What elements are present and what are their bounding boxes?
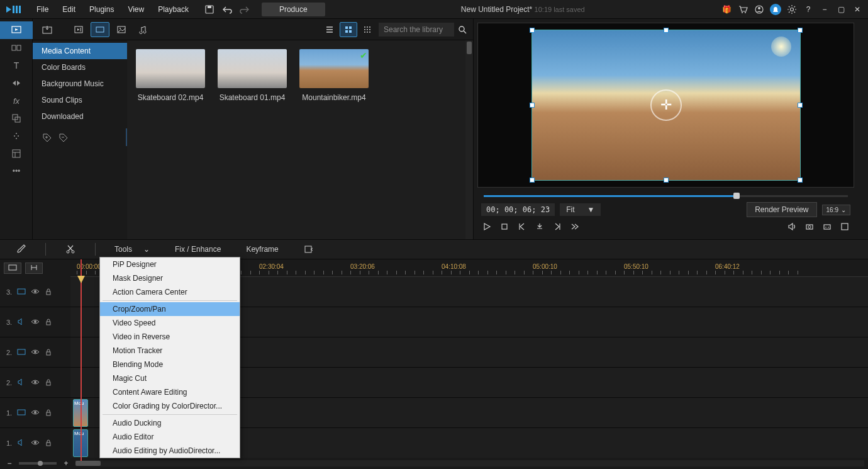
tools-menu-item[interactable]: Motion Tracker (100, 344, 240, 358)
zoom-out-icon[interactable]: − (4, 458, 15, 469)
rail-media-icon[interactable] (0, 21, 33, 39)
library-category[interactable]: Downloaded (33, 108, 127, 125)
visibility-icon[interactable] (31, 288, 40, 297)
view-list-icon[interactable] (321, 22, 338, 37)
keyframe-button[interactable]: Keyframe (240, 242, 284, 256)
settings-icon[interactable] (786, 4, 798, 15)
save-icon[interactable] (204, 4, 215, 15)
preview-viewport[interactable]: ✛ (477, 23, 854, 188)
resize-handle-bm[interactable] (664, 178, 669, 183)
undo-icon[interactable] (221, 4, 233, 15)
track-header[interactable]: 3. (0, 277, 70, 307)
filter-all-icon[interactable] (69, 22, 88, 37)
track-header[interactable]: 1. (0, 428, 70, 458)
rail-text-icon[interactable]: T (0, 57, 33, 74)
timeline-hscroll[interactable] (75, 460, 864, 466)
fit-dropdown[interactable]: Fit▼ (560, 203, 601, 216)
fix-enhance-button[interactable]: Fix / Enhance (169, 242, 227, 256)
tools-menu-item[interactable]: Audio Ducking (100, 416, 240, 430)
lock-icon[interactable] (45, 288, 52, 297)
filter-image-icon[interactable] (112, 22, 131, 37)
library-category[interactable]: Media Content (33, 43, 127, 59)
rail-transition-icon[interactable] (0, 74, 33, 92)
tools-menu-item[interactable]: Blending Mode (100, 358, 240, 371)
filter-audio-icon[interactable] (133, 22, 152, 37)
rail-overlay-icon[interactable] (0, 110, 33, 127)
timecode-display[interactable]: 00; 00; 06; 23 (481, 203, 555, 216)
fullscreen-icon[interactable] (839, 221, 850, 232)
tools-menu-item[interactable]: Mask Designer (100, 271, 240, 285)
tools-menu-item[interactable]: Video in Reverse (100, 330, 240, 344)
notification-icon[interactable] (770, 4, 781, 15)
lock-icon[interactable] (45, 378, 52, 387)
rail-effects-icon[interactable] (0, 39, 33, 57)
minimize-icon[interactable]: − (819, 4, 830, 15)
prev-frame-icon[interactable] (516, 221, 528, 232)
lock-icon[interactable] (45, 318, 52, 327)
tools-menu-item[interactable]: Crop/Zoom/Pan (100, 302, 240, 316)
aspect-dropdown[interactable]: 16:9⌄ (822, 205, 850, 215)
next-frame-icon[interactable] (552, 221, 563, 232)
rail-particle-icon[interactable] (0, 127, 33, 145)
cut-tool-icon[interactable] (58, 241, 82, 257)
brush-tool-icon[interactable] (9, 241, 33, 257)
visibility-icon[interactable] (31, 318, 40, 327)
resize-handle-br[interactable] (798, 178, 803, 183)
resize-handle-mr[interactable] (798, 103, 803, 108)
produce-button[interactable]: Produce (262, 3, 325, 16)
tools-menu-item[interactable]: PiP Designer (100, 257, 240, 271)
help-icon[interactable]: ? (803, 4, 814, 15)
tools-menu-item[interactable]: Video Speed (100, 316, 240, 330)
media-item[interactable]: Skateboard 01.mp4 (218, 49, 287, 230)
library-category[interactable]: Background Music (33, 76, 127, 92)
visibility-icon[interactable] (31, 409, 40, 417)
resize-handle-tl[interactable] (530, 28, 535, 33)
tools-menu-item[interactable]: Action Camera Center (100, 285, 240, 299)
play-icon[interactable] (481, 221, 492, 232)
filter-video-icon[interactable] (91, 22, 109, 37)
view-grid-icon[interactable] (340, 22, 357, 37)
close-icon[interactable]: ✕ (852, 4, 863, 15)
search-icon[interactable] (457, 24, 468, 35)
maximize-icon[interactable]: ▢ (835, 4, 847, 15)
tools-menu-item[interactable]: Audio Editing by AudioDirector... (100, 444, 240, 458)
tools-menu-item[interactable]: Magic Cut (100, 371, 240, 385)
menu-plugins[interactable]: Plugins (83, 3, 120, 16)
fast-forward-icon[interactable] (569, 221, 581, 232)
tools-menu-item[interactable]: Color Grading by ColorDirector... (100, 399, 240, 413)
library-category[interactable]: Sound Clips (33, 92, 127, 108)
lock-icon[interactable] (45, 348, 52, 357)
snapshot-icon[interactable] (534, 221, 545, 232)
gift-icon[interactable]: 🎁 (721, 4, 732, 15)
import-icon[interactable] (38, 22, 57, 37)
rail-fx-icon[interactable]: fx (0, 92, 33, 110)
tag-remove-icon[interactable] (58, 132, 69, 145)
visibility-icon[interactable] (31, 378, 40, 387)
resize-handle-tr[interactable] (798, 28, 803, 33)
resize-handle-bl[interactable] (530, 178, 535, 183)
center-crosshair-icon[interactable]: ✛ (650, 89, 682, 121)
zoom-slider[interactable] (19, 462, 57, 465)
view-detail-icon[interactable] (359, 22, 376, 37)
tools-dropdown-button[interactable]: Tools⌄ (108, 242, 156, 256)
library-scrollbar[interactable] (465, 40, 473, 239)
lock-icon[interactable] (45, 409, 52, 417)
playhead[interactable] (81, 259, 82, 461)
render-preview-button[interactable]: Render Preview (747, 202, 816, 217)
tools-menu-item[interactable]: Content Aware Editing (100, 385, 240, 399)
visibility-icon[interactable] (31, 348, 40, 357)
rail-template-icon[interactable] (0, 145, 33, 162)
track-header[interactable]: 2. (0, 368, 70, 398)
track-view-icon[interactable] (4, 263, 21, 274)
redo-icon[interactable] (239, 4, 250, 15)
resize-handle-tm[interactable] (664, 28, 669, 33)
track-header[interactable]: 2. (0, 337, 70, 368)
camera-icon[interactable] (804, 221, 815, 232)
menu-edit[interactable]: Edit (56, 3, 82, 16)
library-search-input[interactable] (379, 23, 454, 37)
media-item[interactable]: ✔Mountainbiker.mp4 (299, 49, 369, 230)
menu-view[interactable]: View (121, 3, 150, 16)
user-icon[interactable] (754, 4, 765, 15)
cart-icon[interactable] (737, 4, 748, 15)
media-item[interactable]: Skateboard 02.mp4 (136, 49, 205, 230)
